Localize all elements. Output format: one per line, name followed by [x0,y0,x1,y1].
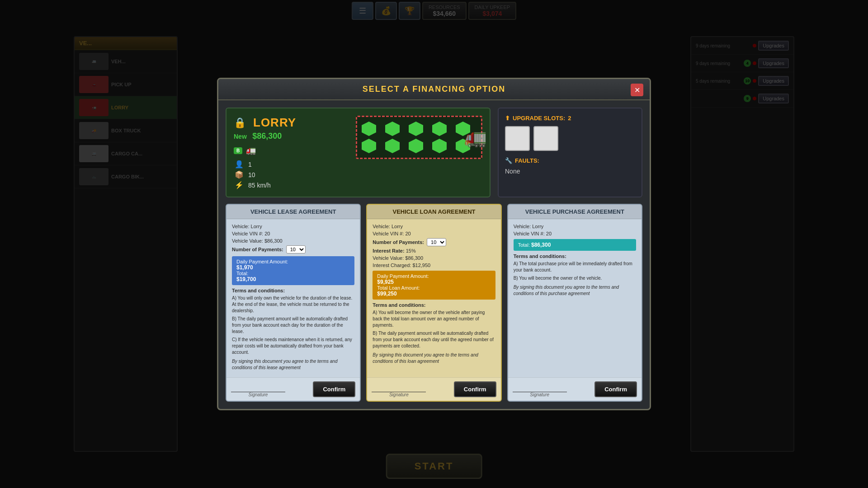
cargo-item-6 [362,139,376,153]
loan-tc-a: A) You will become the owner of the vehi… [373,310,495,328]
speed-icon: ⚡ [234,181,245,189]
upgrade-slots-label: UPGRADE SLOTS: [513,115,565,122]
loan-vvalue-field: Vehicle Value: $86,300 [373,255,495,261]
cargo-item-3 [409,122,423,136]
loan-sign-row: Signature Confirm [367,377,500,401]
loan-header: VEHICLE LOAN AGREEMENT [367,205,500,219]
upgrade-slots-count: 2 [568,115,571,122]
loan-payments-select[interactable]: 1020 [427,238,446,246]
loan-vvalue-value: $86,300 [405,255,423,261]
modal-header: SELECT A FINANCING OPTION ✕ [218,79,650,100]
lease-vin-label: Vehicle VIN #: 20 [232,231,270,236]
cargo-item-9 [432,139,447,153]
purchase-signature-line [513,383,567,392]
financing-modal: SELECT A FINANCING OPTION ✕ 🔒 LORRY New … [217,78,651,410]
passenger-icon: 👤 [234,160,245,169]
lease-vehicle-field: Vehicle: Lorry [232,224,354,229]
lease-card: VEHICLE LEASE AGREEMENT Vehicle: Lorry V… [226,204,361,402]
cargo-item-4 [432,122,447,136]
loan-interest-value: 15% [406,248,416,253]
purchase-body: Vehicle: Lorry Vehicle VIN #: 20 Total: … [508,219,642,377]
loan-daily-row: Daily Payment Amount: $9,925 Total Loan … [373,271,495,300]
purchase-total-row: Total: $86,300 [514,239,636,251]
lease-value-label: Vehicle Value: $86,300 [232,238,283,244]
faults-value: None [505,168,635,175]
lease-sign-row: Signature Confirm [226,377,360,401]
slot-boxes [505,126,635,151]
cargo-grid [356,116,482,159]
purchase-vehicle-field: Vehicle: Lorry [514,224,636,229]
lease-tc-b: B) The daily payment amount will be auto… [232,316,354,335]
purchase-confirm-button[interactable]: Confirm [594,381,637,397]
upgrade-slot-2 [533,126,558,151]
vehicle-card: 🔒 LORRY New $86,300 B 🚛 [226,108,491,197]
cargo-area: 🚛 [356,116,482,159]
loan-vin-field: Vehicle VIN #: 20 [373,231,495,236]
chevron-icon: ⬆ [505,115,510,122]
lease-signature-label: Signature [249,392,268,397]
vehicle-status: New [234,133,247,140]
purchase-signature-area: Signature [513,383,567,397]
purchase-total-value: $86,300 [531,242,551,248]
purchase-vehicle-label: Vehicle: Lorry [514,224,544,229]
lease-tc-a: A) You will only own the vehicle for the… [232,295,354,314]
lease-header: VEHICLE LEASE AGREEMENT [226,205,360,219]
cargo-item-1 [362,122,376,136]
loan-daily-value: $9,925 [377,279,491,285]
stat-cargo-value: 10 [248,171,255,178]
stat-row-passenger: 👤 1 [234,160,347,169]
lease-total-label: Total: [236,271,350,276]
loan-payments-label: Number of Payments: [373,239,424,245]
loan-body: Vehicle: Lorry Vehicle VIN #: 20 Number … [367,219,500,377]
lease-signature-line [231,383,285,392]
lease-vin-field: Vehicle VIN #: 20 [232,231,354,236]
upgrade-slots-title: ⬆ UPGRADE SLOTS: 2 [505,115,635,122]
lease-total-value: $19,700 [236,276,350,282]
loan-card: VEHICLE LOAN AGREEMENT Vehicle: Lorry Ve… [366,204,501,402]
loan-signature-area: Signature [372,383,426,397]
purchase-vin-field: Vehicle VIN #: 20 [514,231,636,236]
loan-signature-line [372,383,426,392]
stat-row-cargo: 📦 10 [234,170,347,179]
lease-confirm-button[interactable]: Confirm [313,381,355,397]
loan-vvalue-label: Vehicle Value: [373,255,404,261]
loan-interest-label: Interest Rate: [373,248,404,253]
loan-agreement-text: By signing this document you agree to th… [373,352,495,365]
vehicle-name: LORRY [253,116,296,130]
loan-total-label: Total Loan Amount: [377,285,491,291]
cargo-icon: 📦 [234,170,245,179]
modal-close-button[interactable]: ✕ [631,84,643,96]
lease-agreement-text: By signing this document you agree to th… [232,358,354,371]
loan-confirm-button[interactable]: Confirm [454,381,496,397]
lease-payments-select[interactable]: 102030 [286,245,306,253]
loan-icharged-field: Interest Charged: $12,950 [373,263,495,268]
faults-label: FAULTS: [515,157,539,164]
stat-passenger-value: 1 [248,161,252,168]
lease-daily-label: Daily Payment Amount: [236,259,350,264]
modal-body: 🔒 LORRY New $86,300 B 🚛 [218,100,650,409]
lease-signature-area: Signature [231,383,285,397]
lease-value-field: Vehicle Value: $86,300 [232,238,354,244]
vehicle-info-row: 🔒 LORRY New $86,300 B 🚛 [226,108,642,197]
loan-icharged-label: Interest Charged: [373,263,411,268]
loan-daily-label: Daily Payment Amount: [377,273,491,279]
lease-tc-c: C) If the vehicle needs maintenance when… [232,337,354,356]
lease-payments-field: Number of Payments: 102030 [232,245,354,253]
purchase-sign-row: Signature Confirm [508,377,642,401]
loan-vehicle-field: Vehicle: Lorry [373,224,495,229]
lease-payments-label: Number of Payments: [232,247,283,252]
upgrade-slot-1 [505,126,530,151]
truck-icon: 🚛 [246,145,256,155]
vehicle-price: $86,300 [252,131,282,141]
loan-tc-b: B) The daily payment amount will be auto… [373,330,495,349]
purchase-total-label: Total: [518,242,530,248]
purchase-signature-label: Signature [530,392,549,397]
lease-vehicle-label: Vehicle: Lorry [232,224,262,229]
loan-total-value: $99,250 [377,291,491,297]
cargo-item-8 [409,139,423,153]
vehicle-type-badge: B [234,147,242,154]
lease-tc-title: Terms and conditions: [232,288,354,293]
loan-payments-field: Number of Payments: 1020 [373,238,495,246]
lorry-visual: 🚛 [464,127,487,148]
vehicle-info-left: 🔒 LORRY New $86,300 B 🚛 [234,116,347,189]
